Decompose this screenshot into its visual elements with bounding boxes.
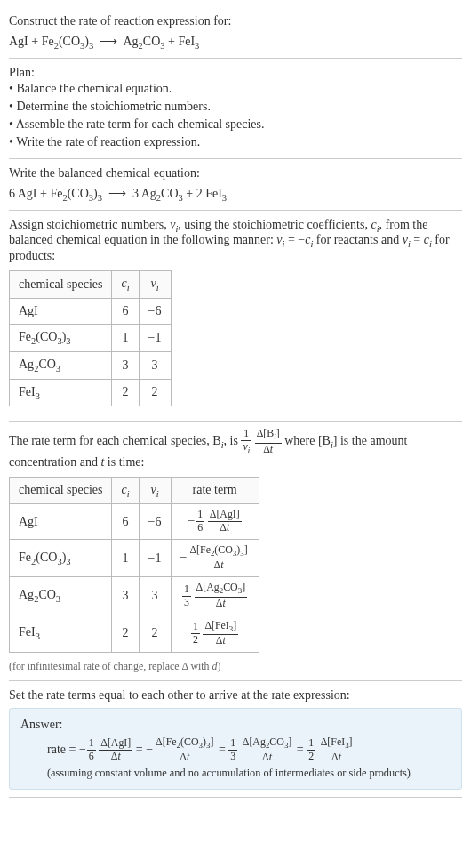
final-section: Set the rate terms equal to each other t… bbox=[9, 681, 462, 798]
cell-ci: 3 bbox=[112, 577, 139, 615]
table-row: FeI3 2 2 bbox=[10, 379, 172, 406]
rateterm-note: (for infinitesimal rate of change, repla… bbox=[9, 660, 462, 673]
question-prompt: Construct the rate of reaction expressio… bbox=[9, 14, 462, 28]
cell-rateterm: 12 Δ[FeI3]Δt bbox=[171, 615, 259, 652]
cell-nui: 3 bbox=[139, 577, 171, 615]
balanced-equation: 6 AgI + Fe2(CO3)3 ⟶ 3 Ag2CO3 + 2 FeI3 bbox=[9, 186, 462, 203]
table-row: Ag2CO3 3 3 bbox=[10, 351, 172, 379]
cell-ci: 6 bbox=[112, 298, 139, 324]
table-row: AgI 6 −6 −16 Δ[AgI]Δt bbox=[10, 504, 259, 540]
table-row: AgI 6 −6 bbox=[10, 298, 172, 324]
cell-ci: 6 bbox=[112, 504, 139, 540]
cell-species: Ag2CO3 bbox=[10, 577, 112, 615]
cell-nui: −6 bbox=[139, 504, 171, 540]
stoich-text: Assign stoichiometric numbers, νi, using… bbox=[9, 218, 462, 264]
cell-ci: 2 bbox=[112, 379, 139, 406]
rate-expression: rate = −16 Δ[AgI]Δt = −Δ[Fe2(CO3)3]Δt = … bbox=[20, 737, 451, 763]
final-prompt: Set the rate terms equal to each other t… bbox=[9, 688, 462, 703]
cell-nui: 2 bbox=[139, 379, 171, 406]
plan-list: Balance the chemical equation. Determine… bbox=[9, 80, 462, 151]
cell-rateterm: −16 Δ[AgI]Δt bbox=[171, 504, 259, 540]
cell-ci: 3 bbox=[112, 351, 139, 379]
unbalanced-equation: AgI + Fe2(CO3)3 ⟶ Ag2CO3 + FeI3 bbox=[9, 34, 462, 51]
cell-rateterm: 13 Δ[Ag2CO3]Δt bbox=[171, 577, 259, 615]
table-header-row: chemical species ci νi bbox=[10, 271, 172, 299]
col-nui-header: νi bbox=[139, 271, 171, 299]
cell-ci: 1 bbox=[112, 324, 139, 351]
cell-nui: −1 bbox=[139, 324, 171, 351]
stoich-section: Assign stoichiometric numbers, νi, using… bbox=[9, 211, 462, 422]
answer-note: (assuming constant volume and no accumul… bbox=[20, 767, 451, 780]
col-ci-header: ci bbox=[112, 477, 139, 504]
table-row: Fe2(CO3)3 1 −1 bbox=[10, 324, 172, 351]
cell-nui: 2 bbox=[139, 615, 171, 652]
col-species-header: chemical species bbox=[10, 477, 112, 504]
col-rateterm-header: rate term bbox=[171, 477, 259, 504]
rateterm-intro: The rate term for each chemical species,… bbox=[9, 429, 462, 469]
col-species-header: chemical species bbox=[10, 271, 112, 299]
col-nui-header: νi bbox=[139, 477, 171, 504]
cell-species: AgI bbox=[10, 504, 112, 540]
cell-nui: −6 bbox=[139, 298, 171, 324]
cell-species: FeI3 bbox=[10, 379, 112, 406]
table-row: Fe2(CO3)3 1 −1 −Δ[Fe2(CO3)3]Δt bbox=[10, 540, 259, 577]
question-section: Construct the rate of reaction expressio… bbox=[9, 7, 462, 59]
cell-species: Fe2(CO3)3 bbox=[10, 324, 112, 351]
plan-title: Plan: bbox=[9, 66, 462, 80]
cell-nui: −1 bbox=[139, 540, 171, 577]
rateterm-section: The rate term for each chemical species,… bbox=[9, 422, 462, 680]
col-ci-header: ci bbox=[112, 271, 139, 299]
cell-species: FeI3 bbox=[10, 615, 112, 652]
answer-label: Answer: bbox=[20, 718, 451, 732]
cell-species: Ag2CO3 bbox=[10, 351, 112, 379]
table-header-row: chemical species ci νi rate term bbox=[10, 477, 259, 504]
table-row: FeI3 2 2 12 Δ[FeI3]Δt bbox=[10, 615, 259, 652]
plan-item: Write the rate of reaction expression. bbox=[9, 133, 462, 151]
cell-species: AgI bbox=[10, 298, 112, 324]
cell-rateterm: −Δ[Fe2(CO3)3]Δt bbox=[171, 540, 259, 577]
plan-item: Balance the chemical equation. bbox=[9, 80, 462, 98]
balanced-prompt: Write the balanced chemical equation: bbox=[9, 166, 462, 181]
rateterm-table: chemical species ci νi rate term AgI 6 −… bbox=[9, 477, 259, 653]
cell-ci: 1 bbox=[112, 540, 139, 577]
cell-ci: 2 bbox=[112, 615, 139, 652]
plan-item: Assemble the rate term for each chemical… bbox=[9, 116, 462, 133]
plan-section: Plan: Balance the chemical equation. Det… bbox=[9, 59, 462, 159]
stoich-table: chemical species ci νi AgI 6 −6 Fe2(CO3)… bbox=[9, 270, 172, 406]
answer-box: Answer: rate = −16 Δ[AgI]Δt = −Δ[Fe2(CO3… bbox=[9, 708, 462, 790]
cell-nui: 3 bbox=[139, 351, 171, 379]
plan-item: Determine the stoichiometric numbers. bbox=[9, 98, 462, 116]
table-row: Ag2CO3 3 3 13 Δ[Ag2CO3]Δt bbox=[10, 577, 259, 615]
balanced-section: Write the balanced chemical equation: 6 … bbox=[9, 159, 462, 211]
cell-species: Fe2(CO3)3 bbox=[10, 540, 112, 577]
